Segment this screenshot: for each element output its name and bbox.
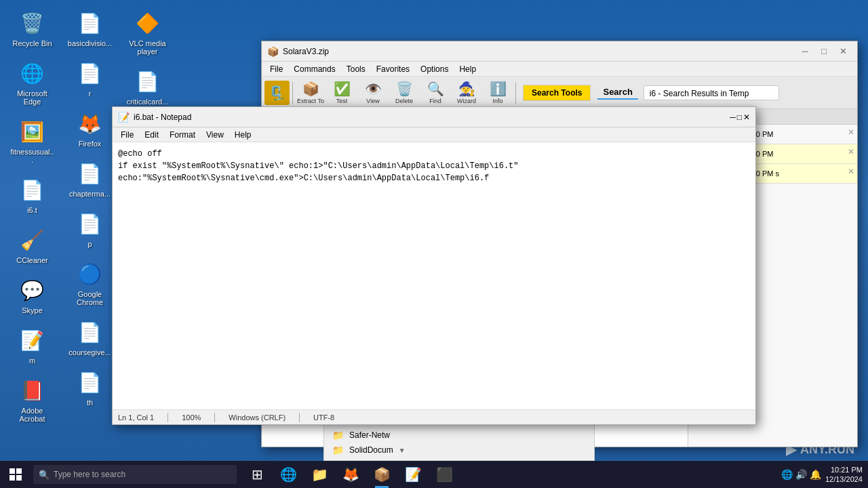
- search-tab[interactable]: Search: [597, 85, 637, 100]
- volume-icon[interactable]: 🔊: [795, 469, 807, 480]
- taskbar-cmd[interactable]: ⬛: [429, 461, 459, 488]
- taskbar-task-view[interactable]: ⊞: [242, 461, 272, 488]
- word-m-icon: 📝: [19, 327, 46, 354]
- desktop-icon-ccleaner[interactable]: 🧹 CCleaner: [7, 224, 58, 267]
- status-sep-3: [299, 413, 300, 422]
- desktop-icon-chapterma[interactable]: 📄 chapterma...: [64, 157, 115, 201]
- notepad-line: @echo off: [118, 148, 750, 160]
- winrar-titlebar: 📦 SolaraV3.zip ─ □ ✕: [262, 41, 857, 62]
- menu-commands[interactable]: Commands: [288, 62, 340, 76]
- winrar-close-button[interactable]: ✕: [834, 45, 852, 58]
- menu-help[interactable]: Help: [454, 62, 481, 76]
- toolbar-test-btn[interactable]: ✅Test: [327, 79, 357, 107]
- notepad-minimize-button[interactable]: ─: [730, 113, 736, 122]
- desktop-icon-vlc[interactable]: 🔶 VLC media player: [122, 7, 173, 58]
- toolbar-delete-btn[interactable]: 🗑️Delete: [389, 79, 419, 107]
- folder-safer-netw[interactable]: 📁 Safer-Netw: [330, 428, 589, 443]
- notepad-menu-format[interactable]: Format: [164, 127, 201, 142]
- notepad-menu-view[interactable]: View: [201, 127, 229, 142]
- desktop-icon-edge[interactable]: 🌐 Microsoft Edge: [7, 57, 58, 108]
- desktop-icon-r[interactable]: 📄 r: [64, 57, 115, 100]
- edge-icon: 🌐: [19, 60, 46, 87]
- coursegive-label: coursegive...: [68, 348, 111, 357]
- toolbar-info-btn[interactable]: ℹ️Info: [483, 79, 513, 107]
- vlc-icon: 🔶: [134, 9, 161, 37]
- taskbar-apps: ⊞ 🌐 📁 🦊 📦 📝 ⬛: [239, 461, 776, 488]
- ccleaner-icon: 🧹: [19, 226, 46, 253]
- taskbar-edge[interactable]: 🌐: [273, 461, 303, 488]
- notification-3-close[interactable]: ✕: [848, 167, 854, 176]
- taskbar-system-icons: 🌐 🔊 🔔: [781, 469, 821, 480]
- svg-rect-1: [16, 468, 22, 474]
- chrome-icon: 🔵: [77, 260, 104, 287]
- taskbar-word[interactable]: 📝: [398, 461, 428, 488]
- notepad-statusbar: Ln 1, Col 1 100% Windows (CRLF) UTF-8: [113, 409, 755, 424]
- p-icon: 📄: [77, 210, 104, 237]
- taskbar-search-box[interactable]: 🔍 Type here to search: [33, 465, 237, 484]
- chapterma-label: chapterma...: [69, 190, 111, 198]
- vlc-label: VLC media player: [125, 39, 170, 56]
- notepad-window-controls: ─ □ ✕: [730, 113, 750, 122]
- winrar-minimize-button[interactable]: ─: [796, 45, 814, 58]
- desktop-icon-fitness[interactable]: 🖼️ fitnessusual...: [7, 115, 58, 167]
- taskbar-date-display: 12/13/2024: [825, 474, 863, 484]
- basicdivision-label: basicdivisio...: [68, 39, 112, 47]
- network-icon[interactable]: 🌐: [781, 469, 793, 480]
- notepad-line: if exist "%SystemRoot%\Sysnative\" echo:…: [118, 160, 750, 172]
- desktop-icon-chrome[interactable]: 🔵 Google Chrome: [64, 258, 115, 309]
- menu-favorites[interactable]: Favorites: [371, 62, 415, 76]
- folder-safer-netw-label: Safer-Netw: [349, 430, 390, 440]
- desktop-icon-word-m[interactable]: 📝 m: [7, 324, 58, 367]
- taskbar-right: 🌐 🔊 🔔 10:21 PM 12/13/2024: [776, 465, 868, 485]
- start-button[interactable]: [0, 461, 31, 488]
- notification-1-close[interactable]: ✕: [848, 127, 854, 137]
- svg-rect-3: [16, 475, 22, 481]
- status-sep-1: [167, 413, 168, 422]
- desktop-icon-skype[interactable]: 💬 Skype: [7, 274, 58, 317]
- winrar-menubar: File Commands Tools Favorites Options He…: [262, 62, 857, 77]
- desktop-icon-p[interactable]: 📄 p: [64, 207, 115, 251]
- p-label: p: [87, 240, 92, 248]
- desktop-icon-th[interactable]: 📄 th: [64, 366, 115, 409]
- folder-chevron-icon: ▼: [399, 447, 406, 454]
- desktop-icon-basicdivision[interactable]: 📄 basicdivisio...: [64, 7, 115, 50]
- taskbar-firefox[interactable]: 🦊: [336, 461, 366, 488]
- toolbar-extract-btn[interactable]: 📦Extract To: [296, 79, 326, 107]
- battery-icon[interactable]: 🔔: [810, 469, 821, 480]
- adobe-icon: 📕: [19, 377, 46, 404]
- notepad-menu-help[interactable]: Help: [229, 127, 257, 142]
- desktop-icon-recycle-bin[interactable]: 🗑️ Recycle Bin: [7, 7, 58, 50]
- criticalcard-label: criticalcard...: [127, 98, 169, 106]
- toolbar-find-btn[interactable]: 🔍Find: [420, 79, 450, 107]
- folder-solid-docum[interactable]: 📁 SolidDocum ▼: [330, 443, 589, 458]
- taskbar-winrar[interactable]: 📦: [367, 461, 397, 488]
- taskbar-explorer[interactable]: 📁: [304, 461, 334, 488]
- toolbar-view-btn[interactable]: 👁️View: [358, 79, 388, 107]
- taskbar-clock[interactable]: 10:21 PM 12/13/2024: [825, 465, 863, 485]
- notepad-close-button[interactable]: ✕: [743, 113, 750, 122]
- firefox-label: Firefox: [79, 140, 102, 148]
- toolbar-wizard-btn[interactable]: 🧙Wizard: [452, 79, 481, 107]
- notepad-titlebar: 📝 i6.bat - Notepad ─ □ ✕: [113, 107, 755, 127]
- notepad-content[interactable]: @echo offif exist "%SystemRoot%\Sysnativ…: [113, 142, 755, 409]
- desktop-icon-coursegive[interactable]: 📄 coursegive...: [64, 316, 115, 359]
- desktop-icon-firefox[interactable]: 🦊 Firefox: [64, 107, 115, 150]
- notification-2-close[interactable]: ✕: [848, 147, 854, 157]
- notepad-menu-edit[interactable]: Edit: [139, 127, 164, 142]
- winrar-maximize-button[interactable]: □: [815, 45, 833, 58]
- toolbar-separator-2: [515, 82, 516, 104]
- chrome-label: Google Chrome: [67, 290, 113, 306]
- search-tools-tab[interactable]: Search Tools: [523, 85, 591, 101]
- i6t-icon: 📄: [19, 176, 46, 203]
- th-icon: 📄: [77, 369, 104, 396]
- menu-tools[interactable]: Tools: [341, 62, 371, 76]
- menu-options[interactable]: Options: [415, 62, 454, 76]
- skype-label: Skype: [22, 306, 43, 314]
- desktop-icon-i6t[interactable]: 📄 i6.t: [7, 174, 58, 217]
- desktop-icon-adobe[interactable]: 📕 Adobe Acrobat: [7, 374, 58, 426]
- notepad-maximize-button[interactable]: □: [737, 113, 742, 122]
- desktop-icon-criticalcard[interactable]: 📄 criticalcard...: [122, 65, 173, 108]
- notepad-encoding: UTF-8: [313, 413, 334, 422]
- notepad-menu-file[interactable]: File: [115, 127, 139, 142]
- menu-file[interactable]: File: [264, 62, 288, 76]
